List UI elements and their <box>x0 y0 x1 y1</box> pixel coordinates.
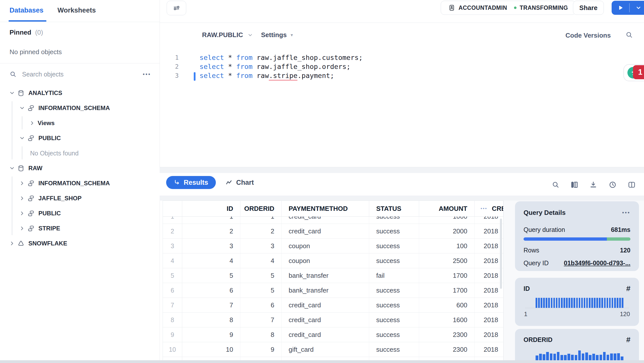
tab-results[interactable]: Results <box>166 176 216 189</box>
cell[interactable]: success <box>369 327 419 342</box>
cell[interactable]: 2018 <box>475 268 503 283</box>
sidebar-item-analytics[interactable]: ANALYTICS <box>0 85 160 101</box>
cell[interactable]: success <box>369 298 419 312</box>
cell[interactable]: 2018 <box>475 313 503 327</box>
cell[interactable]: 1700 <box>419 268 475 283</box>
query-id-link[interactable]: 01b349f6-0000-d793-... <box>564 259 630 267</box>
cell[interactable]: 7 <box>182 298 240 312</box>
search-results-icon[interactable] <box>550 179 561 191</box>
object-search[interactable]: Search objects ••• <box>10 68 151 80</box>
cell[interactable]: 4 <box>182 253 240 268</box>
table-vertical-scrollbar[interactable] <box>500 219 502 289</box>
sidebar-item-views[interactable]: Views <box>0 116 160 131</box>
cell[interactable]: success <box>369 313 419 327</box>
cell[interactable]: 2018 <box>475 342 503 357</box>
code-line-3[interactable]: select * from raw.stripe.payment; <box>200 71 334 80</box>
column-header-amount[interactable]: AMOUNT <box>419 201 475 216</box>
run-button[interactable] <box>612 1 629 15</box>
cell[interactable]: credit_card <box>282 298 369 312</box>
cell[interactable]: 2 <box>182 224 240 238</box>
cell[interactable]: 8 <box>240 327 282 342</box>
cell[interactable]: 600 <box>419 298 475 312</box>
table-row[interactable]: 776credit_cardsuccess6002018 <box>163 298 503 313</box>
cell[interactable]: credit_card <box>282 224 369 238</box>
cell[interactable]: 2018 <box>475 239 503 253</box>
cell[interactable]: 3 <box>182 239 240 253</box>
cell[interactable]: 10 <box>182 342 240 357</box>
chevron-right-icon[interactable] <box>19 195 25 201</box>
table-row[interactable]: 444couponsuccess25002018 <box>163 253 503 268</box>
sidebar-item-information_schema[interactable]: INFORMATION_SCHEMA <box>0 101 160 116</box>
cell[interactable]: 2000 <box>419 224 475 238</box>
cell[interactable]: 2500 <box>419 253 475 268</box>
cell[interactable]: 100 <box>419 239 475 253</box>
cell[interactable]: 7 <box>240 313 282 327</box>
chevron-down-icon[interactable] <box>9 90 15 96</box>
table-row[interactable] <box>163 357 503 360</box>
sidebar-item-public[interactable]: PUBLIC <box>0 206 160 221</box>
table-row[interactable]: 111credit_cardsuccess10002018 <box>163 217 503 224</box>
cell[interactable]: 1600 <box>419 313 475 327</box>
column-header-id[interactable]: ID <box>182 201 240 216</box>
cell[interactable] <box>282 357 369 360</box>
cell[interactable]: 2018 <box>475 283 503 298</box>
horizontal-scrollbar-track[interactable] <box>0 360 644 363</box>
column-header-created[interactable]: •••CREATED <box>475 201 503 216</box>
run-options-button[interactable] <box>630 1 644 15</box>
table-row[interactable]: 555bank_transferfail17002018 <box>163 268 503 283</box>
tab-chart[interactable]: Chart <box>225 176 254 189</box>
toggle-object-explorer-button[interactable] <box>167 1 186 15</box>
cell[interactable]: bank_transfer <box>282 283 369 298</box>
split-panel-icon[interactable] <box>626 179 637 191</box>
column-stats-card-id[interactable]: ID # 1 120 <box>515 278 639 326</box>
cell[interactable]: 9 <box>182 327 240 342</box>
cell[interactable]: 1000 <box>419 217 475 224</box>
sidebar-more-icon[interactable]: ••• <box>143 71 151 77</box>
query-details-menu-icon[interactable]: ••• <box>622 210 630 216</box>
cell[interactable]: credit_card <box>282 313 369 327</box>
chevron-down-icon[interactable] <box>19 135 25 141</box>
settings-dropdown[interactable]: Settings ▾ <box>261 31 293 39</box>
column-options-icon[interactable]: ••• <box>481 206 487 211</box>
chevron-right-icon[interactable] <box>29 120 35 126</box>
cell[interactable]: success <box>369 217 419 224</box>
cell[interactable]: credit_card <box>282 327 369 342</box>
cell[interactable]: 8 <box>182 313 240 327</box>
cell[interactable]: 5 <box>240 283 282 298</box>
cell[interactable]: fail <box>369 268 419 283</box>
code-line-1[interactable]: select * from raw.jaffle_shop.customers; <box>200 53 363 62</box>
search-input[interactable]: Search objects <box>22 71 143 78</box>
sidebar-item-information_schema[interactable]: INFORMATION_SCHEMA <box>0 176 160 191</box>
cell[interactable]: success <box>369 224 419 238</box>
share-button[interactable]: Share <box>573 1 604 15</box>
cell[interactable] <box>182 357 240 360</box>
cell[interactable]: 2018 <box>475 224 503 238</box>
cell[interactable] <box>475 357 503 360</box>
cell[interactable] <box>419 357 475 360</box>
table-row[interactable]: 665bank_transfersuccess17002018 <box>163 283 503 298</box>
cell[interactable]: success <box>369 239 419 253</box>
cell[interactable]: 2018 <box>475 217 503 224</box>
chevron-right-icon[interactable] <box>19 180 25 186</box>
cell[interactable]: 2018 <box>475 298 503 312</box>
chevron-right-icon[interactable] <box>19 225 25 231</box>
cell[interactable]: 2018 <box>475 253 503 268</box>
cell[interactable]: 4 <box>240 253 282 268</box>
cell[interactable]: credit_card <box>282 217 369 224</box>
code-versions-link[interactable]: Code Versions <box>565 32 611 39</box>
cell[interactable]: 2300 <box>419 342 475 357</box>
chevron-down-icon[interactable] <box>9 165 15 171</box>
cell[interactable]: 2018 <box>475 327 503 342</box>
cell[interactable]: success <box>369 342 419 357</box>
cell[interactable]: 6 <box>182 283 240 298</box>
results-table[interactable]: IDORDERIDPAYMENTMETHODSTATUSAMOUNT•••CRE… <box>163 201 504 360</box>
cell[interactable]: 2300 <box>419 327 475 342</box>
cell[interactable]: 1 <box>240 217 282 224</box>
sidebar-item-jaffle_shop[interactable]: JAFFLE_SHOP <box>0 191 160 206</box>
column-stats-card-orderid[interactable]: ORDERID # <box>515 329 639 363</box>
table-row[interactable]: 222credit_cardsuccess20002018 <box>163 224 503 239</box>
cell[interactable]: 9 <box>240 342 282 357</box>
cell[interactable]: success <box>369 253 419 268</box>
error-count-badge[interactable]: 1 <box>633 65 644 79</box>
cell[interactable] <box>240 357 282 360</box>
